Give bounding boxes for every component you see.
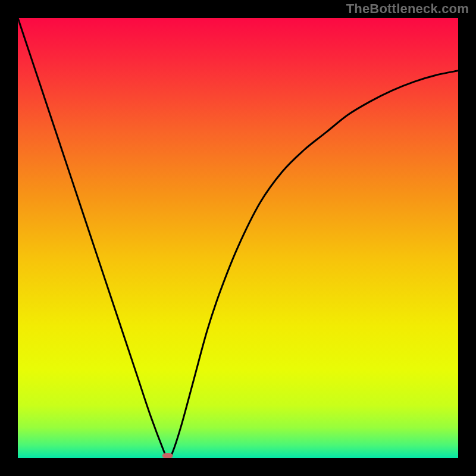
bottleneck-chart — [18, 18, 458, 458]
gradient-background — [18, 18, 458, 458]
watermark-text: TheBottleneck.com — [346, 1, 469, 17]
plot-area — [18, 18, 458, 458]
chart-frame: TheBottleneck.com — [0, 0, 476, 476]
